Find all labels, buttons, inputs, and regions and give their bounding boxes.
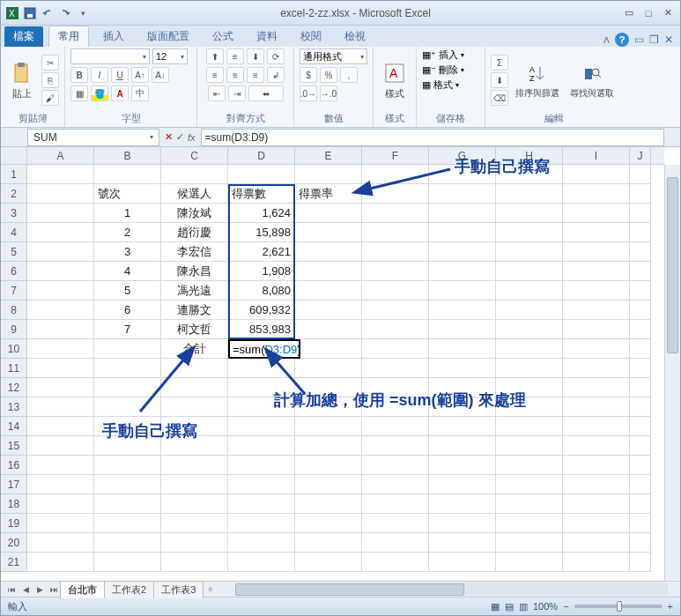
active-edit-cell[interactable]: =sum(D3:D9) [228,339,300,359]
cell-F15[interactable] [362,436,429,456]
cell-H15[interactable] [496,436,563,456]
cell-E10[interactable] [295,339,362,359]
cell-A5[interactable] [27,242,94,262]
cell-A18[interactable] [27,494,94,514]
cell-B16[interactable] [94,456,161,475]
cell-F2[interactable] [362,184,429,204]
cell-E16[interactable] [295,456,362,475]
col-header-I[interactable]: I [563,147,630,164]
cell-B5[interactable]: 3 [94,242,161,262]
cell-J8[interactable] [630,301,651,320]
cell-C2[interactable]: 候選人 [161,184,228,204]
cell-D2[interactable]: 得票數 [228,184,295,204]
cell-G9[interactable] [429,320,496,339]
cut-icon[interactable]: ✂ [41,55,59,71]
name-box[interactable]: SUM▾ [27,129,159,146]
currency-icon[interactable]: $ [300,67,317,83]
cell-H3[interactable] [496,204,563,223]
cell-A14[interactable] [27,417,94,436]
zoom-in-button[interactable]: + [668,601,673,612]
cell-A21[interactable] [27,553,94,572]
cell-G7[interactable] [429,281,496,301]
new-sheet-icon[interactable]: ✧ [204,583,218,596]
cell-J5[interactable] [630,242,651,262]
cell-E19[interactable] [295,514,362,533]
cell-G21[interactable] [429,553,496,572]
cell-F6[interactable] [362,262,429,281]
row-header-4[interactable]: 4 [1,223,26,242]
cell-A15[interactable] [27,436,94,456]
cell-C5[interactable]: 李宏信 [161,242,228,262]
cell-I4[interactable] [563,223,630,242]
cell-E5[interactable] [295,242,362,262]
cell-E13[interactable] [295,397,362,417]
view-layout-icon[interactable]: ▤ [505,601,514,612]
decrease-indent-icon[interactable]: ⇤ [208,85,226,101]
cell-G8[interactable] [429,301,496,320]
cell-D8[interactable]: 609,932 [228,301,295,320]
col-header-D[interactable]: D [228,147,295,164]
cell-C17[interactable] [161,475,228,494]
row-header-16[interactable]: 16 [1,456,26,475]
cell-G5[interactable] [429,242,496,262]
number-format-combo[interactable]: 通用格式▾ [300,48,367,64]
delete-cells-button[interactable]: ▦⁻刪除▾ [422,63,464,77]
cell-B2[interactable]: 號次 [94,184,161,204]
cell-G16[interactable] [429,456,496,475]
cell-D21[interactable] [228,553,295,572]
cell-E18[interactable] [295,494,362,514]
cell-J6[interactable] [630,262,651,281]
undo-icon[interactable] [40,5,56,21]
tab-insert[interactable]: 插入 [94,26,133,47]
cell-F21[interactable] [362,553,429,572]
cell-H11[interactable] [496,359,563,378]
redo-icon[interactable] [57,5,73,21]
cell-E2[interactable]: 得票率 [295,184,362,204]
cell-J18[interactable] [630,494,651,514]
decrease-decimal-icon[interactable]: →.0 [320,85,337,101]
bold-button[interactable]: B [70,67,88,83]
cell-C3[interactable]: 陳汝斌 [161,204,228,223]
cell-E9[interactable] [295,320,362,339]
cell-D16[interactable] [228,456,295,475]
cell-A1[interactable] [27,165,94,184]
sheet-tab-2[interactable]: 工作表2 [104,581,154,598]
cell-D1[interactable] [228,165,295,184]
cell-H13[interactable] [496,397,563,417]
cell-I1[interactable] [563,165,630,184]
cell-G2[interactable] [429,184,496,204]
row-header-7[interactable]: 7 [1,281,26,301]
cell-B12[interactable] [94,378,161,397]
cell-I21[interactable] [563,553,630,572]
phonetic-button[interactable]: 中 [131,85,149,101]
cell-A6[interactable] [27,262,94,281]
cell-A7[interactable] [27,281,94,301]
cell-G15[interactable] [429,436,496,456]
cell-D4[interactable]: 15,898 [228,223,295,242]
cell-C1[interactable] [161,165,228,184]
cell-J16[interactable] [630,456,651,475]
increase-decimal-icon[interactable]: .0→ [300,85,317,101]
row-header-9[interactable]: 9 [1,320,26,339]
cell-E8[interactable] [295,301,362,320]
cell-I3[interactable] [563,204,630,223]
cell-C18[interactable] [161,494,228,514]
cell-G4[interactable] [429,223,496,242]
vscroll-thumb[interactable] [667,177,678,353]
format-cells-button[interactable]: ▦格式▾ [422,78,459,92]
col-header-F[interactable]: F [362,147,429,164]
cell-C21[interactable] [161,553,228,572]
orientation-icon[interactable]: ⟳ [267,48,285,64]
cell-G13[interactable] [429,397,496,417]
cell-J7[interactable] [630,281,651,301]
enter-formula-icon[interactable]: ✓ [176,131,184,143]
cell-A10[interactable] [27,339,94,359]
cell-B13[interactable] [94,397,161,417]
col-header-E[interactable]: E [295,147,362,164]
row-header-21[interactable]: 21 [1,553,26,572]
font-color-button[interactable]: A [111,85,129,101]
row-header-18[interactable]: 18 [1,494,26,514]
cell-E12[interactable] [295,378,362,397]
col-header-B[interactable]: B [94,147,161,164]
cell-J13[interactable] [630,397,651,417]
